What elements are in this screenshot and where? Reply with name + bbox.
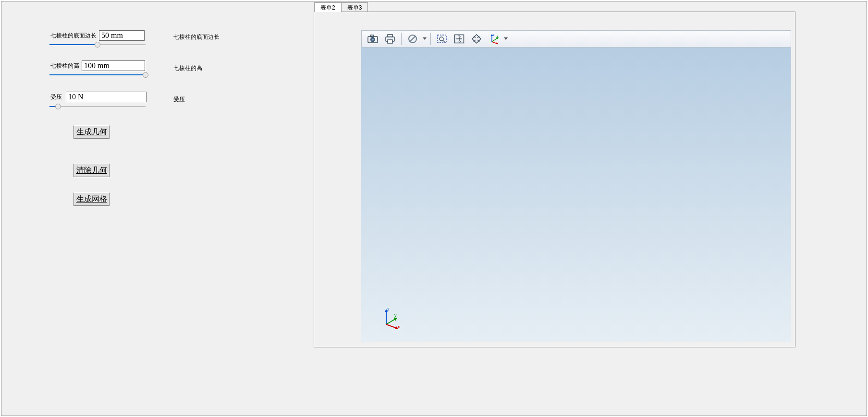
slider-track bbox=[49, 106, 146, 107]
svg-marker-9 bbox=[423, 37, 427, 40]
param-row-height: 七棱柱的高 bbox=[49, 60, 145, 71]
slider-fill bbox=[49, 44, 98, 45]
height-label: 七棱柱的高 bbox=[49, 62, 79, 70]
left-panel: 七棱柱的底面边长 七棱柱的底面边长 七棱柱的高 七棱柱的高 受压 受压 bbox=[1, 1, 314, 416]
slider-thumb[interactable] bbox=[95, 42, 100, 48]
height-desc: 七棱柱的高 bbox=[173, 64, 202, 72]
zoom-select-icon[interactable] bbox=[434, 32, 450, 46]
slider-thumb[interactable] bbox=[143, 72, 148, 78]
pressure-label: 受压 bbox=[49, 93, 62, 101]
fit-view-icon[interactable] bbox=[452, 32, 467, 46]
svg-marker-27 bbox=[504, 37, 508, 40]
cancel-dropdown[interactable] bbox=[421, 32, 428, 46]
svg-marker-16 bbox=[472, 35, 481, 43]
axis-triad: z y x bbox=[380, 306, 404, 330]
axis-z-label: z bbox=[493, 33, 495, 36]
slider-thumb[interactable] bbox=[55, 104, 61, 109]
generate-geometry-button[interactable]: 生成几何 bbox=[73, 125, 110, 139]
svg-line-30 bbox=[386, 319, 396, 324]
generate-mesh-button[interactable]: 生成网格 bbox=[73, 192, 110, 206]
base-edge-label: 七棱柱的底面边长 bbox=[49, 32, 97, 40]
param-row-pressure: 受压 bbox=[49, 92, 147, 102]
svg-line-32 bbox=[386, 324, 397, 328]
pressure-input[interactable] bbox=[66, 92, 147, 102]
axis-y-label: y bbox=[394, 313, 397, 318]
right-panel: 表单2 表单3 bbox=[314, 1, 796, 349]
svg-point-3 bbox=[372, 39, 374, 41]
pressure-slider[interactable] bbox=[49, 103, 146, 110]
base-edge-desc: 七棱柱的底面边长 bbox=[173, 33, 220, 41]
param-row-base-edge: 七棱柱的底面边长 bbox=[49, 30, 145, 41]
pressure-desc: 受压 bbox=[173, 95, 185, 104]
clear-geometry-button[interactable]: 清除几何 bbox=[73, 164, 110, 177]
base-edge-input[interactable] bbox=[99, 30, 145, 41]
camera-icon[interactable] bbox=[365, 32, 380, 46]
height-slider[interactable] bbox=[49, 71, 146, 79]
svg-line-12 bbox=[443, 40, 445, 42]
tab-body: z y x z y bbox=[314, 12, 795, 347]
height-input[interactable] bbox=[82, 60, 145, 71]
toolbar-separator bbox=[430, 33, 431, 45]
app-shell: 七棱柱的底面边长 七棱柱的底面边长 七棱柱的高 七棱柱的高 受压 受压 bbox=[1, 1, 867, 416]
svg-rect-6 bbox=[388, 40, 392, 43]
axis-z-label: z bbox=[387, 307, 390, 312]
svg-rect-10 bbox=[438, 35, 446, 43]
slider-fill bbox=[49, 74, 146, 75]
axes-orientation-icon[interactable]: z y x bbox=[486, 32, 501, 46]
svg-line-8 bbox=[410, 36, 416, 42]
svg-rect-5 bbox=[388, 35, 392, 37]
axis-y-label: y bbox=[497, 34, 499, 38]
print-icon[interactable] bbox=[382, 32, 398, 46]
canvas-3d[interactable]: z y x bbox=[361, 48, 791, 342]
axis-x-label: x bbox=[497, 42, 499, 45]
cancel-icon[interactable] bbox=[405, 32, 420, 46]
axes-dropdown[interactable] bbox=[502, 32, 509, 46]
viewer-toolbar: z y x bbox=[361, 30, 791, 48]
tabbar: 表单2 表单3 bbox=[314, 2, 367, 12]
toolbar-separator bbox=[401, 33, 402, 45]
viewer: z y x z y bbox=[361, 30, 791, 342]
base-edge-slider[interactable] bbox=[49, 41, 146, 48]
svg-point-11 bbox=[440, 37, 443, 41]
spread-icon[interactable] bbox=[469, 32, 484, 46]
tab-form2[interactable]: 表单2 bbox=[314, 2, 342, 12]
axis-x-label: x bbox=[398, 324, 400, 329]
tab-form3[interactable]: 表单3 bbox=[341, 2, 368, 12]
svg-rect-1 bbox=[370, 35, 374, 37]
